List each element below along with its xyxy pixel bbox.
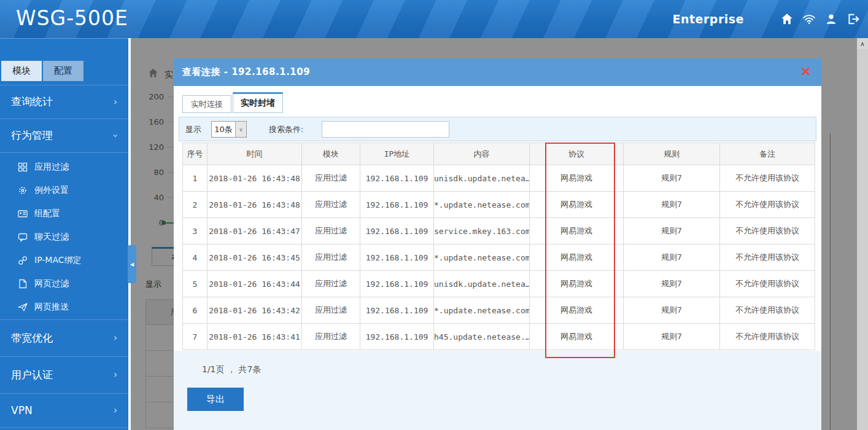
cell: 2 (183, 192, 207, 218)
cell: *.update.netease.com (434, 192, 530, 218)
user-icon[interactable] (824, 12, 839, 26)
cell: 192.168.1.109 (360, 324, 434, 350)
cell: 应用过滤 (302, 218, 360, 244)
cell: 4 (183, 244, 207, 271)
sidebar-item-group-config[interactable]: 组配置 (0, 202, 128, 225)
column-header: 规则 (624, 143, 720, 165)
scroll-up-icon[interactable]: ∧ (857, 38, 868, 49)
gear-icon (17, 185, 28, 196)
cell: 网易游戏 (530, 165, 624, 192)
cell: 网易游戏 (530, 192, 624, 218)
cell: 不允许使用该协议 (720, 297, 815, 324)
page-size-value: 10条 (212, 122, 235, 137)
table-body: 12018-01-26 16:43:48应用过滤192.168.1.109uni… (183, 165, 815, 350)
cell: 2018-01-26 16:43:48 (207, 192, 302, 218)
link-icon (17, 255, 28, 266)
cell: 应用过滤 (302, 324, 360, 350)
cell: 网易游戏 (530, 324, 624, 350)
table-row: 52018-01-26 16:43:44应用过滤192.168.1.109uni… (183, 271, 815, 297)
modal-footer: 1/1页 ， 共7条 导出 (174, 351, 821, 430)
table-head: 序号时间模块IP地址内容协议规则备注 (183, 143, 815, 165)
cell: *.update.netease.com (434, 244, 530, 271)
sidebar-item-exception-settings[interactable]: 例外设置 (0, 179, 128, 202)
sidebar-section-user-auth[interactable]: 用户认证 › (0, 356, 128, 393)
cell: 不允许使用该协议 (720, 192, 815, 218)
cell: 规则7 (624, 297, 720, 324)
cell: 192.168.1.109 (360, 165, 434, 192)
cell: 不允许使用该协议 (720, 271, 815, 297)
cell: 规则7 (624, 192, 720, 218)
table-row: 32018-01-26 16:43:47应用过滤192.168.1.109ser… (183, 218, 815, 244)
cell: 2018-01-26 16:43:41 (207, 324, 302, 350)
cell: 192.168.1.109 (360, 192, 434, 218)
collapse-arrow-icon: ◀ (130, 262, 134, 267)
sidebar-tab-strip: 模块 配置 (1, 61, 83, 81)
search-label: 搜索条件: (269, 124, 303, 135)
cell: 3 (183, 218, 207, 244)
sidebar-item-label: 网页过滤 (34, 278, 69, 289)
cell: 规则7 (624, 244, 720, 271)
cell: h45.update.netease.… (434, 324, 530, 350)
cell: 规则7 (624, 165, 720, 192)
wifi-icon[interactable] (802, 12, 816, 26)
cell: 192.168.1.109 (360, 244, 434, 271)
cell: 规则7 (624, 218, 720, 244)
column-header: 备注 (720, 143, 815, 165)
cell: 192.168.1.109 (360, 297, 434, 324)
modal-title: 查看连接 - 192.168.1.109 (182, 66, 310, 78)
sidebar-item-label: 聊天过滤 (34, 232, 69, 243)
cell: 5 (183, 271, 207, 297)
cell: 192.168.1.109 (360, 271, 434, 297)
cell: 2018-01-26 16:43:45 (207, 244, 302, 271)
cell: 网易游戏 (530, 297, 624, 324)
column-header: 内容 (434, 143, 530, 165)
page-size-select[interactable]: 10条 ∨ (211, 121, 247, 138)
sidebar-tab-config[interactable]: 配置 (43, 61, 83, 81)
page-scrollbar[interactable]: ∧ (857, 38, 868, 430)
cell: 应用过滤 (302, 192, 360, 218)
sidebar-item-chat-filter[interactable]: 聊天过滤 (0, 225, 128, 249)
sidebar-section-bandwidth[interactable]: 带宽优化 › (0, 319, 128, 356)
page-icon (17, 278, 28, 289)
chevron-right-icon: › (114, 96, 117, 108)
sidebar-collapse-handle[interactable]: ◀ (128, 245, 136, 283)
sidebar-item-app-filter[interactable]: 应用过滤 (0, 155, 128, 179)
column-header: 时间 (207, 143, 302, 165)
sidebar-item-web-filter[interactable]: 网页过滤 (0, 272, 128, 295)
chevron-down-icon: › (110, 134, 121, 138)
cell: 规则7 (624, 324, 720, 350)
sidebar-item-ip-mac-binding[interactable]: IP-MAC绑定 (0, 249, 128, 272)
id-card-icon (17, 208, 28, 219)
sidebar-item-label: IP-MAC绑定 (34, 255, 82, 266)
close-icon[interactable]: × (800, 64, 812, 78)
cell: unisdk.update.netea… (434, 165, 530, 192)
grid-icon (17, 162, 28, 173)
sidebar-item-web-push[interactable]: 网页推送 (0, 295, 128, 319)
cell: *.update.netease.com (434, 297, 530, 324)
table-row: 22018-01-26 16:43:48应用过滤192.168.1.109*.u… (183, 192, 815, 218)
column-header: 协议 (530, 143, 624, 165)
cell: 不允许使用该协议 (720, 244, 815, 271)
chevron-right-icon: › (114, 405, 117, 416)
cell: 7 (183, 324, 207, 350)
cell: 应用过滤 (302, 165, 360, 192)
home-icon[interactable] (780, 12, 794, 26)
tab-realtime-connections[interactable]: 实时连接 (182, 95, 231, 113)
sidebar-tab-modules[interactable]: 模块 (1, 61, 42, 81)
cell: unisdk.update.netea… (434, 271, 530, 297)
sidebar-section-vpn[interactable]: VPN › (0, 393, 128, 428)
tab-realtime-blocking[interactable]: 实时封堵 (233, 92, 283, 113)
search-input[interactable] (322, 121, 449, 138)
sidebar-section-behavior-mgmt[interactable]: 行为管理 › (0, 119, 128, 152)
sidebar-section-query-stats[interactable]: 查询统计 › (0, 85, 128, 119)
sidebar-item-label: 例外设置 (34, 185, 69, 196)
app-root: WSG-500E Enterprise 模块 配置 (0, 0, 868, 430)
cell: 应用过滤 (302, 297, 360, 324)
view-connections-modal: 查看连接 - 192.168.1.109 × 实时连接 实时封堵 显示 10条 … (174, 58, 821, 430)
chat-icon (17, 232, 28, 243)
export-button[interactable]: 导出 (187, 388, 244, 411)
send-icon (17, 302, 28, 313)
logout-icon[interactable] (846, 12, 861, 26)
chevron-right-icon: › (114, 332, 117, 343)
top-bar-right: Enterprise (672, 0, 861, 38)
